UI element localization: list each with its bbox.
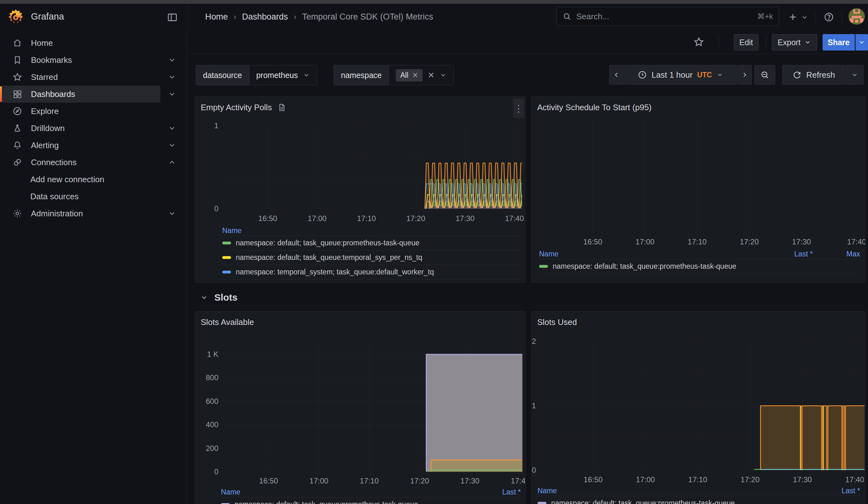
panel-title: Slots Available [201,317,254,327]
panel-header[interactable]: Slots Available [201,315,519,329]
legend-header: NameLast * [221,487,521,497]
compass-icon [12,106,22,116]
sidebar-item-home[interactable]: Home [2,34,161,51]
search-icon [562,12,571,21]
grafana-logo-icon[interactable] [7,8,24,26]
x-tick-label: 17:00 [309,476,328,485]
chevron-down-icon[interactable] [168,56,176,64]
chevron-down-icon [801,14,808,21]
share-menu-button[interactable] [855,34,868,51]
legend-column-name[interactable]: Name [538,487,813,495]
namespace-tag[interactable]: All ✕ [396,69,423,81]
legend-column-value[interactable]: Last * [813,487,860,495]
home-icon [12,38,22,48]
legend-column-name[interactable]: Name [221,488,474,496]
star-dashboard-button[interactable] [691,34,706,50]
refresh-icon [792,70,802,80]
namespace-label: namespace [334,65,389,85]
namespace-picker[interactable]: All ✕ ✕ [389,65,454,85]
refresh-button[interactable]: Refresh [782,65,845,85]
legend-row[interactable]: namespace: default; task_queue:prometheu… [221,497,521,504]
legend-row[interactable]: namespace: default; task_queue:prometheu… [538,496,860,504]
chevron-down-icon[interactable] [168,141,176,150]
legend-row[interactable]: namespace: temporal_system; task_queue:d… [222,265,521,279]
panel-menu-button[interactable]: ⋮ [513,99,524,118]
search-box[interactable]: ⌘+k [557,7,779,26]
chevron-up-icon[interactable] [168,158,176,166]
legend-column-value[interactable]: Last * [474,488,521,496]
sidebar-item-starred[interactable]: Starred [2,69,161,85]
legend-column-name[interactable]: Name [222,226,521,235]
x-axis: 16:5017:0017:1017:2017:3017:40 [535,237,865,246]
search-input[interactable] [576,11,753,22]
x-tick-label: 17:30 [792,237,811,246]
edit-button[interactable]: Edit [734,34,758,51]
x-tick-label: 17:20 [740,237,759,246]
datasource-value: prometheus [256,71,298,80]
legend-column-value[interactable]: Last * [765,250,813,258]
timeseries-chart[interactable] [535,119,865,242]
breadcrumb-current: Temporal Core SDK (OTel) Metrics [302,12,433,22]
export-button[interactable]: Export [772,34,817,51]
breadcrumb-dashboards[interactable]: Dashboards [242,12,288,22]
panel-header[interactable]: Empty Activity Polls [201,101,519,114]
sidebar-item-add-new-connection[interactable]: Add new connection [2,171,161,188]
y-tick-label: 200 [206,444,218,453]
share-button[interactable]: Share [823,34,855,51]
timeseries-chart[interactable] [222,126,522,209]
clear-all-icon[interactable]: ✕ [428,70,435,80]
y-tick-label: 1 K [207,350,218,359]
zoom-out-button[interactable] [754,65,775,85]
remove-tag-icon[interactable]: ✕ [412,71,418,80]
sidebar-item-drilldown[interactable]: Drilldown [2,120,161,137]
breadcrumb-home[interactable]: Home [205,12,228,22]
add-new-chevron[interactable] [800,13,809,21]
sidebar-item-connections[interactable]: Connections [2,154,161,171]
bell-icon [12,140,22,150]
section-title: Slots [214,292,237,303]
timeseries-chart[interactable] [538,341,865,470]
series-color-pill [222,241,231,245]
share-button-label: Share [828,38,849,47]
sidebar-row-bookmarks: Bookmarks [0,51,187,69]
legend-row[interactable]: namespace: default; task_queue:prometheu… [222,236,521,250]
series-name: namespace: temporal_system; task_queue:d… [236,268,521,276]
sidebar-item-label: Add new connection [30,175,104,184]
legend-row[interactable]: namespace: default; task_queue:temporal_… [222,250,521,265]
sidebar-item-explore[interactable]: Explore [2,103,161,120]
sidebar-item-data-sources[interactable]: Data sources [2,188,161,205]
sidebar-item-bookmarks[interactable]: Bookmarks [2,51,161,69]
chevron-down-icon[interactable] [168,73,176,81]
breadcrumb-separator-icon: › [293,12,296,22]
user-avatar[interactable] [848,8,865,25]
legend-row[interactable]: namespace: default; task_queue:prometheu… [539,259,860,274]
chevron-down-icon[interactable] [168,124,176,132]
panel-empty-activity-polls: Empty Activity Polls ⋮ 10 16:5017:0017:1… [195,96,526,282]
legend-header: NameLast * [538,486,860,496]
breadcrumb: Home › Dashboards › Temporal Core SDK (O… [205,12,433,22]
time-range-picker[interactable]: Last 1 hour UTC [624,65,737,85]
namespace-variable: namespace All ✕ ✕ [334,65,454,85]
sidebar-item-dashboards[interactable]: Dashboards [2,85,161,103]
panel-description-icon[interactable] [277,103,286,112]
time-back-button[interactable] [609,65,624,85]
sidebar-item-administration[interactable]: Administration [2,205,161,222]
timeseries-chart[interactable] [221,341,523,472]
x-tick-label: 17:00 [636,475,655,484]
row-section-slots[interactable]: Slots [200,292,237,303]
sidebar-toggle-icon[interactable] [166,11,179,23]
legend-column-value[interactable]: Max [813,250,860,258]
legend: NameLast *namespace: default; task_queue… [221,487,521,504]
refresh-interval-button[interactable] [846,65,864,85]
legend-column-name[interactable]: Name [539,250,765,258]
help-button[interactable] [823,11,835,23]
time-forward-button[interactable] [737,65,752,85]
actions-divider [766,37,766,48]
panel-header[interactable]: Slots Used [537,315,859,329]
sidebar-item-alerting[interactable]: Alerting [2,137,161,154]
add-new-button[interactable] [787,11,799,23]
datasource-picker[interactable]: prometheus [249,65,317,85]
panel-header[interactable]: Activity Schedule To Start (p95) [537,101,859,114]
chevron-down-icon[interactable] [168,209,176,218]
chevron-down-icon[interactable] [168,90,176,98]
